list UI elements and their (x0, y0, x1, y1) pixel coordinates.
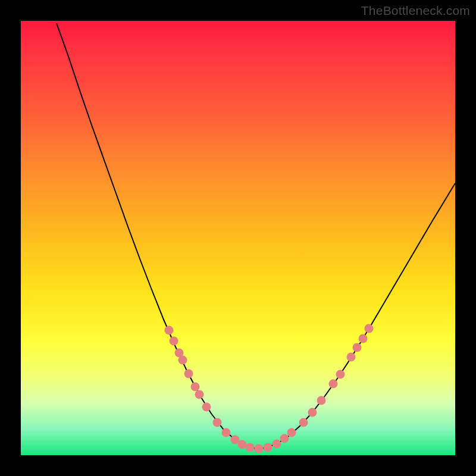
data-point (178, 356, 187, 365)
data-point (353, 343, 362, 352)
data-point (246, 443, 255, 452)
watermark-text: TheBottleneck.com (361, 4, 470, 18)
data-point (191, 383, 200, 392)
data-point (238, 440, 247, 449)
data-point (287, 428, 296, 437)
chart-svg (21, 21, 455, 455)
data-point (195, 390, 204, 399)
data-point (255, 444, 264, 453)
data-point (170, 337, 178, 346)
data-point (299, 418, 308, 427)
chart-frame: TheBottleneck.com (0, 0, 476, 476)
data-point (347, 353, 356, 362)
data-point (222, 428, 231, 437)
data-point (213, 418, 222, 427)
data-point (365, 324, 374, 333)
plot-area (21, 21, 455, 455)
data-point (273, 440, 281, 449)
data-point (184, 369, 193, 378)
data-point (280, 434, 289, 443)
data-point (165, 326, 174, 335)
data-point (336, 370, 345, 379)
data-point (317, 396, 326, 405)
data-point (264, 443, 273, 452)
data-points (165, 324, 374, 453)
data-point (359, 334, 368, 343)
data-point (308, 408, 317, 417)
data-point (329, 380, 338, 389)
bottleneck-curve (57, 23, 455, 449)
data-point (202, 403, 211, 412)
